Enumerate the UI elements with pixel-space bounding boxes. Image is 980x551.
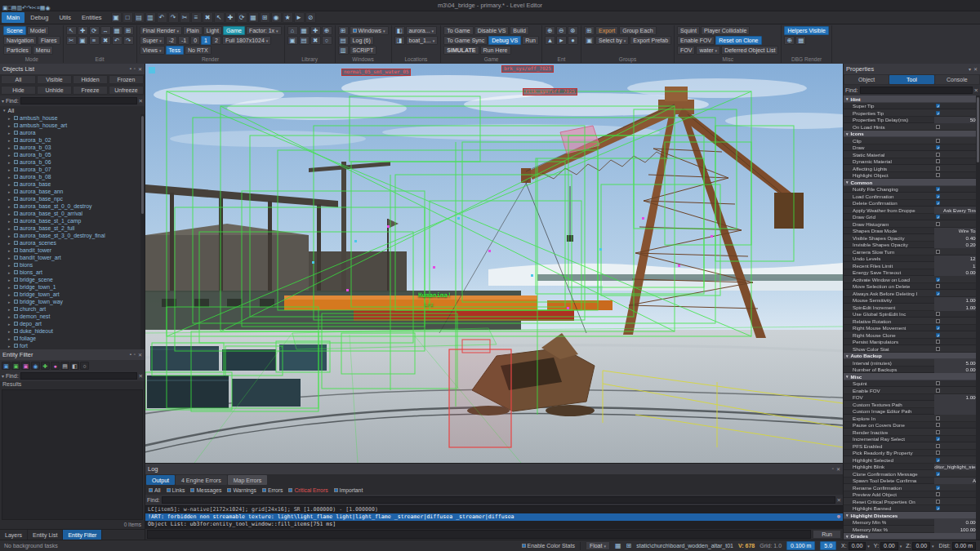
expander-icon[interactable]: ▸ xyxy=(8,270,12,275)
property-row[interactable]: Highlight Object xyxy=(844,172,980,180)
log-tab-4-engine-errors[interactable]: 4 Engine Errors xyxy=(176,475,227,485)
clear-find-icon[interactable]: ✕ xyxy=(974,87,978,94)
property-section-auto-backup[interactable]: ▾Auto Backup xyxy=(844,353,980,360)
bookmark-icon[interactable]: ★ xyxy=(283,12,293,23)
object-tree-item[interactable]: ▸aurora_b_03 xyxy=(0,144,145,151)
visibility-checkbox[interactable] xyxy=(14,322,18,326)
scene-button[interactable]: Scene xyxy=(3,26,26,35)
filter-green-icon[interactable]: ▣ xyxy=(11,362,20,370)
property-checkbox[interactable]: ✓ xyxy=(934,144,980,152)
log-filter-warnings[interactable]: Warnings xyxy=(227,487,256,493)
float-icon[interactable]: ▫ xyxy=(134,66,136,72)
tool-button[interactable]: ⟳ xyxy=(89,26,100,35)
tool-button[interactable]: ≡ xyxy=(89,36,100,45)
filter-pink-icon[interactable]: ▣ xyxy=(21,362,30,370)
tab-layers[interactable]: Layers xyxy=(0,530,28,540)
property-checkbox[interactable] xyxy=(934,380,980,388)
object-tree-item[interactable]: ▸church_art xyxy=(0,305,145,313)
unfreeze-button[interactable]: Unfreeze xyxy=(109,86,144,95)
select-icon[interactable]: ↖ xyxy=(214,12,225,23)
no-rtx-button[interactable]: No RTX xyxy=(185,46,212,55)
filter-target-icon[interactable]: ◉ xyxy=(31,362,40,370)
property-row[interactable]: Load Confirmation✓ xyxy=(844,193,980,200)
property-row[interactable]: Squint xyxy=(844,380,980,388)
visibility-checkbox[interactable] xyxy=(14,336,18,340)
simulate-button[interactable]: SIMULATE xyxy=(443,46,479,55)
property-row[interactable]: Highlight Selected✓ xyxy=(844,456,980,464)
property-value[interactable]: 0.000 xyxy=(934,367,980,374)
tool-button[interactable]: ▦ xyxy=(299,26,310,35)
property-row[interactable]: Apply Weather from DroppeAsk Every Time xyxy=(844,207,980,214)
property-row[interactable]: Render Inactive xyxy=(844,429,980,436)
object-tree-item[interactable]: ▸fort xyxy=(0,342,145,349)
property-row[interactable]: Show Color Stat xyxy=(844,345,980,353)
object-tree-item[interactable]: ▸bandit_tower xyxy=(0,247,145,254)
object-tree-item[interactable]: ▸bions_art xyxy=(0,269,145,276)
log-command-input[interactable] xyxy=(147,530,811,539)
unhide-button[interactable]: Unhide xyxy=(37,86,72,95)
select-by-button[interactable]: Select by▾ xyxy=(595,36,629,45)
menu-tab-utils[interactable]: Utils xyxy=(54,12,76,23)
hide-button[interactable]: Hide xyxy=(1,86,36,95)
scrollbar-thumb[interactable] xyxy=(141,116,144,214)
expander-icon[interactable]: ▸ xyxy=(8,322,12,327)
property-row[interactable]: Persist Manipulators xyxy=(844,339,980,346)
property-row[interactable]: Incremental Ray Select✓ xyxy=(844,436,980,443)
property-checkbox[interactable] xyxy=(934,422,980,429)
property-value[interactable]: 5.000 xyxy=(934,359,980,367)
dismiss-icon[interactable]: ⊗ xyxy=(837,513,840,521)
objects-tab-hidden[interactable]: Hidden xyxy=(73,75,108,84)
dock-icon[interactable]: ▪ xyxy=(130,352,131,358)
object-tree-item[interactable]: ▸aurora xyxy=(0,129,145,136)
dock-icon[interactable]: ▪ xyxy=(130,66,131,72)
rotate-icon[interactable]: ⟳ xyxy=(237,12,247,23)
object-tree-item[interactable]: ▸ambush_house_art xyxy=(0,122,145,129)
visibility-checkbox[interactable] xyxy=(14,248,18,252)
run-button[interactable]: Run xyxy=(813,530,841,539)
menu-tab-entities[interactable]: Entities xyxy=(77,12,107,23)
property-checkbox[interactable]: ✓ xyxy=(934,109,980,117)
entity-filter-find-input[interactable] xyxy=(20,372,137,380)
tool-button[interactable]: ▣ xyxy=(584,36,595,45)
expander-icon[interactable]: ▸ xyxy=(8,336,12,341)
object-tree-item[interactable]: ▸bridge_town_art xyxy=(0,291,145,298)
property-row[interactable]: Dynamic Material xyxy=(844,158,980,166)
property-row[interactable]: Invisible Shapes Opacity0.200 xyxy=(844,242,980,249)
visibility-checkbox[interactable] xyxy=(14,167,18,171)
property-row[interactable]: Number of Backups0.000 xyxy=(844,367,980,374)
reset-on-clone-button[interactable]: Reset on Clone xyxy=(715,36,761,45)
property-value[interactable] xyxy=(934,408,980,415)
play-icon[interactable]: ► xyxy=(294,12,305,23)
object-tree-item[interactable]: ▸aurora_base_st_0_0_destroy xyxy=(0,202,145,210)
log-line[interactable]: Object List: ub3for:entity_tool_window::… xyxy=(145,521,843,528)
coord-value[interactable]: 0.00 xyxy=(880,542,898,550)
visibility-checkbox[interactable] xyxy=(14,175,18,179)
enable-fov-button[interactable]: Enable FOV xyxy=(677,36,715,45)
property-row[interactable]: Draw Histogram xyxy=(844,220,980,228)
full-1807x1024-button[interactable]: Full 1807x1024▾ xyxy=(222,36,271,45)
objects-tab-all[interactable]: All xyxy=(1,75,36,84)
property-value[interactable]: 100.000 xyxy=(934,526,980,533)
model-button[interactable]: Model xyxy=(27,26,49,35)
visibility-checkbox[interactable] xyxy=(14,233,18,238)
disable-icon[interactable]: ⊘ xyxy=(305,12,316,23)
tool-button[interactable]: ⊗ xyxy=(568,26,578,35)
property-row[interactable]: Relative Rotation xyxy=(844,318,980,325)
property-value[interactable]: 0.000 xyxy=(934,519,980,527)
object-tree-item[interactable]: ▸bridge_scene xyxy=(0,276,145,283)
log-tab-map-errors[interactable]: Map Errors xyxy=(228,475,268,485)
property-checkbox[interactable]: ✓ xyxy=(934,193,980,200)
property-value[interactable]: 500 xyxy=(934,117,980,124)
property-checkbox[interactable] xyxy=(934,220,980,228)
property-value[interactable]: 0.000 xyxy=(934,269,980,277)
property-checkbox[interactable]: ✓ xyxy=(934,331,980,339)
property-row[interactable]: Memory Min %0.000 xyxy=(844,519,980,527)
visibility-checkbox[interactable] xyxy=(14,329,18,333)
objects-scrollbar[interactable] xyxy=(140,114,145,349)
properties-scrollbar[interactable] xyxy=(976,96,980,540)
particles-button[interactable]: Particles xyxy=(3,46,32,55)
boat-1-button[interactable]: boat_1...▾ xyxy=(406,36,439,45)
log-filter-important[interactable]: Important xyxy=(334,487,363,493)
enable-color-stats-checkbox[interactable]: Enable Color Stats xyxy=(522,543,575,549)
delete-icon[interactable]: ✖ xyxy=(203,12,213,23)
